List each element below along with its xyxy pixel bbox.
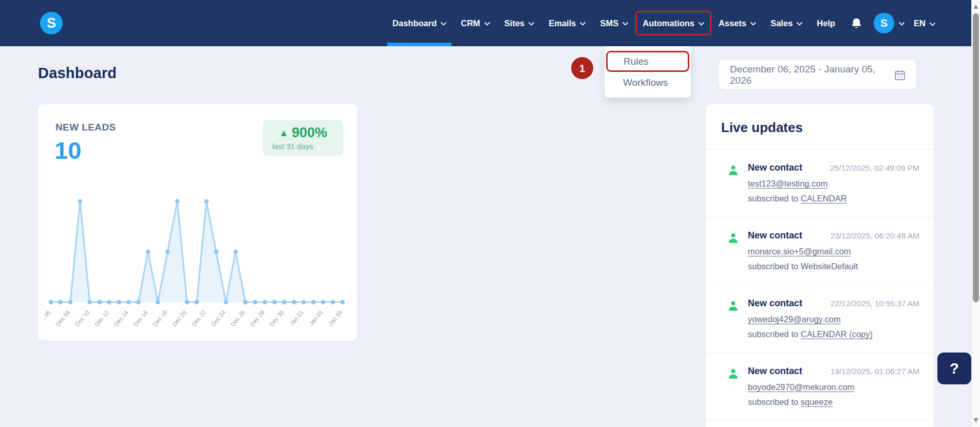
nav-item-dashboard[interactable]: Dashboard — [385, 0, 454, 46]
contact-email-link[interactable]: boyode2970@mekuron.com — [748, 382, 855, 392]
nav-item-sms[interactable]: SMS — [593, 0, 635, 46]
date-range-picker[interactable]: December 06, 2025 - January 05, 2026 — [719, 60, 916, 89]
chevron-down-icon — [899, 18, 904, 28]
nav-item-automations[interactable]: Automations — [635, 11, 711, 35]
annotation-step-number: 1 — [579, 62, 586, 75]
data-point — [282, 300, 287, 305]
data-point — [107, 300, 111, 305]
vertical-scrollbar[interactable] — [971, 0, 980, 427]
nav-item-label: SMS — [600, 18, 618, 28]
chevron-down-icon — [623, 22, 628, 26]
nav-right-group: S EN — [847, 13, 935, 33]
new-leads-label: NEW LEADS — [55, 122, 116, 133]
arrow-up-icon: ▲ — [279, 127, 289, 138]
scrollbar-thumb[interactable] — [973, 13, 979, 302]
notifications-bell-icon[interactable] — [851, 17, 862, 30]
live-updates-title: Live updates — [706, 104, 934, 150]
entry-timestamp: 25/12/2025, 02:49:09 PM — [830, 163, 919, 173]
x-axis-tick-label: Dec 12 — [93, 309, 110, 328]
language-selector[interactable]: EN — [914, 18, 935, 28]
entry-event-label: New contact — [748, 298, 802, 309]
data-point — [195, 300, 199, 305]
live-update-entry: New contact25/12/2025, 02:49:09 PMtest12… — [706, 150, 934, 217]
data-point — [292, 300, 296, 305]
data-point — [97, 300, 102, 305]
contact-person-icon — [726, 299, 740, 313]
user-avatar: S — [874, 13, 894, 33]
subscribed-prefix: subscribed to — [748, 262, 801, 271]
live-updates-list: New contact25/12/2025, 02:49:09 PMtest12… — [706, 150, 934, 421]
data-point — [126, 300, 131, 305]
nav-item-label: Emails — [549, 18, 576, 28]
data-point — [136, 300, 141, 305]
dropdown-item-rules[interactable]: Rules — [606, 51, 689, 72]
x-axis-tick-label: Jan 05 — [327, 309, 343, 327]
scroll-down-icon[interactable] — [973, 418, 978, 422]
data-point — [185, 300, 190, 305]
contact-person-icon — [726, 163, 740, 177]
growth-badge: ▲900% last 31 days — [263, 120, 343, 156]
data-point — [253, 300, 257, 305]
nav-item-sales[interactable]: Sales — [763, 0, 809, 46]
x-axis-tick-label: Dec 18 — [152, 309, 168, 328]
nav-menu: DashboardCRMSitesEmailsSMSAutomationsAss… — [385, 0, 842, 46]
contact-email-link[interactable]: yowedoj429@arugy.com — [748, 314, 841, 324]
funnel-link[interactable]: squeeze — [801, 397, 833, 406]
new-leads-value: 10 — [54, 136, 81, 164]
data-point — [233, 250, 238, 254]
nav-item-label: Assets — [719, 18, 746, 28]
dropdown-item-workflows[interactable]: Workflows — [605, 73, 691, 92]
brand-logo[interactable]: S — [40, 12, 63, 34]
app-root: S DashboardCRMSitesEmailsSMSAutomationsA… — [0, 0, 980, 427]
funnel-link[interactable]: CALENDAR — [801, 194, 847, 203]
x-axis-tick-label: Jan 03 — [308, 309, 324, 327]
user-avatar-letter: S — [880, 17, 888, 29]
user-menu[interactable]: S — [874, 13, 904, 33]
x-axis-tick-label: Dec 06 — [44, 309, 52, 328]
nav-item-label: Help — [817, 18, 835, 28]
entry-timestamp: 19/12/2025, 01:06:27 AM — [831, 367, 919, 376]
x-axis-tick-label: Dec 28 — [249, 309, 266, 328]
subscribed-prefix: subscribed to — [748, 397, 801, 406]
x-axis-tick-label: Dec 22 — [191, 309, 208, 328]
growth-delta: ▲900% — [270, 126, 336, 140]
funnel-link[interactable]: WebsiteDefault — [801, 262, 858, 271]
data-point — [262, 300, 267, 305]
x-axis-tick-label: Dec 26 — [230, 309, 247, 328]
data-point — [204, 199, 209, 204]
data-point — [165, 250, 170, 254]
annotation-step-badge: 1 — [571, 57, 593, 79]
growth-caption: last 31 days — [270, 142, 336, 151]
funnel-link[interactable]: CALENDAR (copy) — [801, 329, 873, 339]
chevron-down-icon — [484, 22, 490, 26]
date-range-value: December 06, 2025 - January 05, 2026 — [730, 64, 894, 86]
nav-item-assets[interactable]: Assets — [711, 0, 763, 46]
nav-item-label: Automations — [643, 18, 694, 28]
x-axis-tick-label: Dec 30 — [268, 309, 285, 328]
language-label: EN — [914, 18, 926, 28]
contact-email-link[interactable]: monarce.sio+5@gmail.com — [748, 247, 851, 256]
data-point — [117, 300, 121, 305]
nav-item-emails[interactable]: Emails — [541, 0, 593, 46]
entry-timestamp: 22/12/2025, 10:55:37 AM — [831, 299, 919, 308]
entry-event-label: New contact — [748, 162, 802, 173]
x-axis-tick-label: Dec 10 — [74, 309, 91, 328]
data-point — [59, 300, 63, 305]
data-point — [214, 250, 218, 254]
x-axis-tick-label: Jan 01 — [288, 309, 304, 327]
contact-email-link[interactable]: test123@testing.com — [748, 179, 827, 189]
contact-person-icon — [726, 367, 740, 381]
leads-chart: Dec 06Dec 08Dec 10Dec 12Dec 14Dec 16Dec … — [44, 198, 352, 337]
nav-item-help[interactable]: Help — [809, 0, 842, 46]
entry-timestamp: 23/12/2025, 06:20:48 AM — [831, 231, 919, 240]
x-axis-tick-label: Dec 16 — [132, 309, 149, 328]
help-button[interactable]: ? — [937, 352, 971, 384]
nav-item-sites[interactable]: Sites — [497, 0, 541, 46]
nav-item-crm[interactable]: CRM — [454, 0, 497, 46]
new-leads-card: NEW LEADS 10 ▲900% last 31 days Dec 06De… — [38, 104, 357, 341]
data-point — [341, 300, 345, 305]
scroll-up-icon[interactable] — [973, 5, 978, 9]
chevron-down-icon — [930, 18, 935, 28]
nav-item-label: Sites — [504, 18, 524, 28]
data-point — [146, 250, 150, 254]
